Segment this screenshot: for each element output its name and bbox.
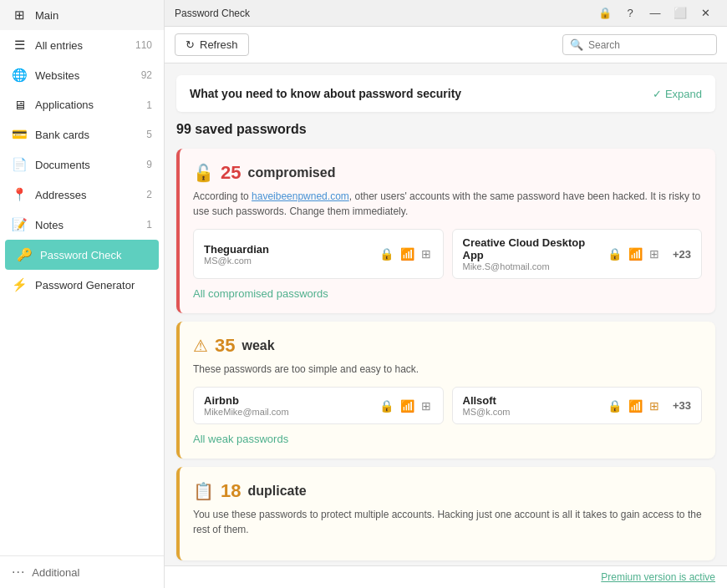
main-window: Password Check 🔒 ? — ⬜ ✕ ↻ Refresh 🔍 Wha… (165, 0, 727, 588)
compromised-header: 🔓 25 compromised (193, 162, 702, 184)
close-button[interactable]: ✕ (694, 2, 717, 25)
duplicate-section: 📋 18 duplicate You use these passwords t… (176, 467, 715, 560)
weak-type: weak (241, 338, 274, 353)
sidebar-item-documents[interactable]: 📄 Documents 9 (0, 150, 164, 180)
lock-action-icon[interactable]: 🔒 (606, 398, 623, 414)
duplicate-type: duplicate (247, 484, 306, 499)
compromised-section: 🔓 25 compromised According to haveibeenp… (176, 149, 715, 313)
sidebar-item-addresses[interactable]: 📍 Addresses 2 (0, 180, 164, 210)
expand-link[interactable]: ✓ Expand (653, 88, 702, 100)
sidebar-item-main[interactable]: ⊞ Main (0, 0, 164, 30)
sidebar-label: Bank cards (35, 129, 138, 141)
search-input[interactable] (588, 39, 709, 51)
websites-icon: 🌐 (12, 68, 27, 83)
password-item: Theguardian MS@k.com 🔒 📶 ⊞ (193, 229, 444, 279)
window-title: Password Check (175, 8, 593, 19)
copy-icon[interactable]: ⊞ (419, 398, 433, 414)
sidebar-item-websites[interactable]: 🌐 Websites 92 (0, 60, 164, 90)
all-weak-link[interactable]: All weak passwords (193, 433, 288, 445)
maximize-button[interactable]: ⬜ (669, 2, 692, 25)
sidebar-item-password-check[interactable]: 🔑 Password Check (5, 240, 159, 270)
toolbar: ↻ Refresh 🔍 (165, 27, 727, 63)
sidebar-label: Websites (35, 69, 133, 82)
password-name: Allsoft (463, 394, 511, 407)
addresses-count: 2 (146, 189, 152, 200)
documents-icon: 📄 (12, 157, 27, 172)
compromised-count: 25 (221, 162, 241, 184)
sidebar-item-notes[interactable]: 📝 Notes 1 (0, 210, 164, 240)
password-name: Creative Cloud Desktop App (463, 236, 607, 261)
duplicate-icon: 📋 (193, 481, 214, 501)
applications-count: 1 (146, 99, 152, 111)
sidebar-label: Documents (35, 159, 138, 171)
sidebar-item-password-generator[interactable]: ⚡ Password Generator (0, 270, 164, 300)
sidebar-label: Password Check (40, 249, 147, 261)
compromised-desc: According to haveibeenpwned.com, other u… (193, 189, 702, 219)
refresh-button[interactable]: ↻ Refresh (175, 33, 249, 56)
password-item: Airbnb MikeMike@mail.com 🔒 📶 ⊞ (193, 387, 444, 424)
lock-action-icon[interactable]: 🔒 (606, 246, 623, 262)
sidebar-item-applications[interactable]: 🖥 Applications 1 (0, 90, 164, 119)
password-item: Allsoft MS@k.com 🔒 📶 ⊞ +33 (452, 387, 703, 424)
entries-icon: ☰ (12, 38, 27, 53)
copy-icon[interactable]: ⊞ (648, 398, 661, 414)
minimize-button[interactable]: — (643, 2, 667, 25)
help-button[interactable]: ? (618, 2, 642, 25)
strength-icon[interactable]: 📶 (399, 398, 416, 414)
password-name: Theguardian (204, 243, 269, 256)
password-info: Allsoft MS@k.com (463, 394, 511, 417)
websites-count: 92 (141, 69, 152, 81)
bank-cards-icon: 💳 (12, 127, 27, 142)
info-banner: What you need to know about password sec… (176, 75, 715, 112)
weak-desc: These passwords are too simple and easy … (193, 362, 702, 377)
more-count: +33 (664, 399, 691, 412)
password-email: MS@k.com (204, 256, 269, 266)
expand-label: Expand (665, 88, 702, 100)
lock-action-icon[interactable]: 🔒 (378, 398, 395, 414)
additional-label: Additional (32, 566, 79, 579)
sidebar-additional[interactable]: ··· Additional (0, 556, 164, 588)
password-item: Creative Cloud Desktop App Mike.S@hotmai… (452, 229, 703, 279)
dots-icon: ··· (12, 565, 25, 580)
title-bar: Password Check 🔒 ? — ⬜ ✕ (165, 0, 727, 27)
lock-button[interactable]: 🔒 (593, 2, 617, 25)
strength-icon[interactable]: 📶 (627, 246, 644, 262)
entries-count: 110 (135, 39, 152, 51)
password-name: Airbnb (204, 394, 289, 407)
sidebar-label: Applications (35, 99, 138, 111)
compromised-type: compromised (247, 165, 335, 180)
strength-icon[interactable]: 📶 (399, 246, 416, 262)
more-count: +23 (664, 248, 691, 261)
content-area: What you need to know about password sec… (165, 63, 727, 565)
sidebar-item-all-entries[interactable]: ☰ All entries 110 (0, 30, 164, 60)
lock-action-icon[interactable]: 🔒 (378, 246, 395, 262)
compromised-icon: 🔓 (193, 163, 214, 183)
copy-icon[interactable]: ⊞ (648, 246, 661, 262)
weak-password-rows: Airbnb MikeMike@mail.com 🔒 📶 ⊞ Allsoft M… (193, 387, 702, 424)
premium-link[interactable]: Premium version is active (601, 571, 715, 583)
refresh-icon: ↻ (186, 38, 195, 51)
password-email: MS@k.com (463, 407, 511, 417)
notes-icon: 📝 (12, 217, 27, 232)
duplicate-desc: You use these passwords to protect multi… (193, 507, 702, 537)
sidebar-label: All entries (35, 39, 127, 52)
sidebar-item-bank-cards[interactable]: 💳 Bank cards 5 (0, 119, 164, 150)
saved-count: 99 saved passwords (176, 120, 715, 140)
addresses-icon: 📍 (12, 187, 27, 202)
password-generator-icon: ⚡ (12, 277, 27, 292)
all-compromised-link[interactable]: All compromised passwords (193, 287, 328, 300)
duplicate-header: 📋 18 duplicate (193, 480, 702, 502)
password-actions: 🔒 📶 ⊞ (378, 246, 433, 262)
info-banner-title: What you need to know about password sec… (190, 87, 461, 100)
window-controls: 🔒 ? — ⬜ ✕ (593, 2, 717, 25)
sidebar-label: Password Generator (35, 279, 152, 291)
notes-count: 1 (146, 219, 152, 231)
search-box[interactable]: 🔍 (562, 34, 717, 55)
strength-icon[interactable]: 📶 (627, 398, 644, 414)
hibp-link[interactable]: haveibeenpwned.com (252, 190, 349, 202)
copy-icon[interactable]: ⊞ (419, 246, 433, 262)
password-actions: 🔒 📶 ⊞ +33 (606, 398, 691, 414)
search-icon: 🔍 (570, 38, 583, 51)
password-email: Mike.S@hotmail.com (463, 261, 607, 271)
password-check-icon: 🔑 (17, 247, 32, 262)
